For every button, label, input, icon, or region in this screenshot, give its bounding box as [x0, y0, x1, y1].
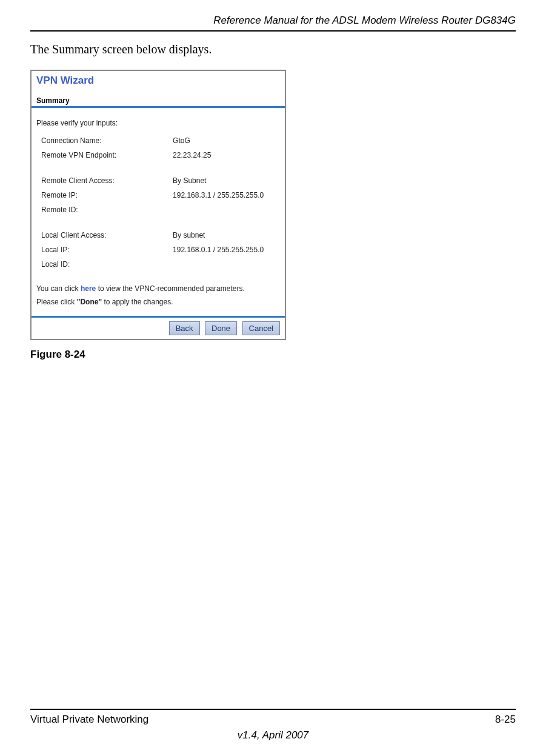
- label: Local IP:: [40, 243, 171, 257]
- label: Local Client Access:: [40, 228, 171, 243]
- back-button[interactable]: Back: [169, 321, 200, 335]
- figure-caption: Figure 8-24: [30, 349, 516, 361]
- button-bar: Back Done Cancel: [32, 318, 285, 339]
- summary-table: Connection Name: GtoG Remote VPN Endpoin…: [40, 133, 284, 272]
- row-local-ip: Local IP: 192.168.0.1 / 255.255.255.0: [40, 243, 284, 257]
- intro-paragraph: The Summary screen below displays.: [30, 42, 516, 56]
- cancel-button[interactable]: Cancel: [242, 321, 280, 335]
- footer-version: v1.4, April 2007: [30, 729, 516, 741]
- wizard-title: VPN Wizard: [32, 71, 285, 96]
- row-local-access: Local Client Access: By subnet: [40, 228, 284, 243]
- value: 22.23.24.25: [171, 148, 284, 162]
- label: Remote IP:: [40, 188, 171, 202]
- row-remote-ip: Remote IP: 192.168.3.1 / 255.255.255.0: [40, 188, 284, 202]
- value: By subnet: [171, 228, 284, 243]
- value: [171, 202, 284, 217]
- label: Connection Name:: [40, 133, 171, 148]
- label: Remote ID:: [40, 202, 171, 217]
- vpnc-params-link[interactable]: here: [81, 284, 96, 293]
- row-remote-access: Remote Client Access: By Subnet: [40, 173, 284, 188]
- value: 192.168.0.1 / 255.255.255.0: [171, 243, 284, 257]
- hint2-post: to apply the changes.: [102, 298, 173, 306]
- footer-section: Virtual Private Networking: [30, 714, 148, 726]
- footer-rule: [30, 709, 516, 710]
- section-title: Summary: [32, 96, 285, 106]
- done-button[interactable]: Done: [205, 321, 237, 335]
- row-remote-id: Remote ID:: [40, 202, 284, 217]
- footer-page-number: 8-25: [495, 714, 516, 726]
- label: Local ID:: [40, 257, 171, 272]
- value: GtoG: [171, 133, 284, 148]
- vpn-wizard-screenshot: VPN Wizard Summary Please verify your in…: [30, 70, 286, 340]
- page-footer: Virtual Private Networking 8-25 v1.4, Ap…: [30, 709, 516, 741]
- label: Remote Client Access:: [40, 173, 171, 188]
- row-remote-endpoint: Remote VPN Endpoint: 22.23.24.25: [40, 148, 284, 162]
- hint2-bold: "Done": [77, 298, 102, 306]
- value: 192.168.3.1 / 255.255.255.0: [171, 188, 284, 202]
- verify-prompt: Please verify your inputs:: [36, 119, 280, 127]
- hint2-pre: Please click: [36, 298, 77, 306]
- hint1-pre: You can click: [36, 284, 81, 293]
- running-header: Reference Manual for the ADSL Modem Wire…: [30, 15, 516, 30]
- row-connection-name: Connection Name: GtoG: [40, 133, 284, 148]
- hint1-post: to view the VPNC-recommended parameters.: [96, 284, 244, 293]
- row-local-id: Local ID:: [40, 257, 284, 272]
- label: Remote VPN Endpoint:: [40, 148, 171, 162]
- value: By Subnet: [171, 173, 284, 188]
- header-rule: [30, 30, 516, 32]
- value: [171, 257, 284, 272]
- hint-vpnc: You can click here to view the VPNC-reco…: [32, 283, 285, 296]
- hint-done: Please click "Done" to apply the changes…: [32, 296, 285, 309]
- section-rule: [32, 106, 285, 108]
